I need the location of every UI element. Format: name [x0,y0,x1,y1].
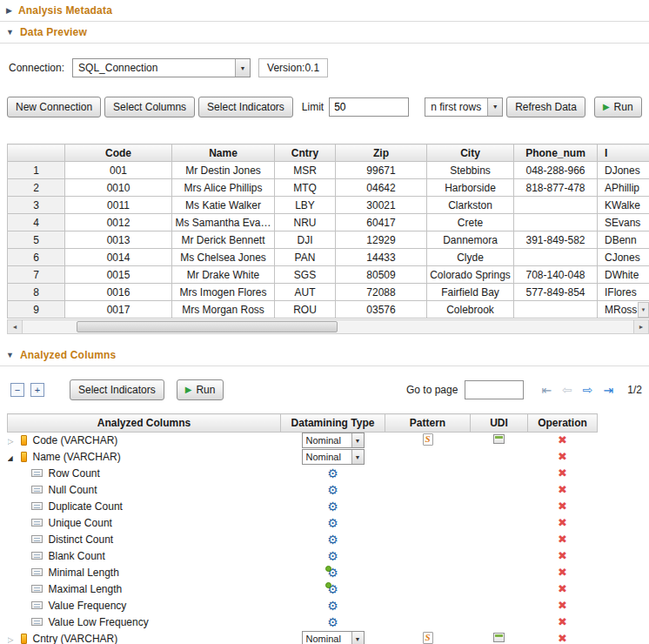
collapsed-twistie-icon[interactable]: ▶ [6,7,12,15]
delete-operation-icon[interactable]: ✖ [558,516,567,529]
limit-input[interactable] [329,97,409,117]
grid-cell: MSR [275,162,336,179]
add-udi-icon[interactable] [493,434,505,444]
select-indicators-button[interactable]: Select Indicators [198,97,293,117]
delete-operation-icon[interactable]: ✖ [558,599,567,612]
previous-page-icon[interactable]: ⇦ [562,384,572,396]
grid-cell: DJI [275,231,336,249]
delete-operation-icon[interactable]: ✖ [558,500,567,513]
expanded-twistie-icon[interactable]: ▼ [6,352,14,359]
indicator-label: Null Count [49,484,97,496]
refresh-data-button[interactable]: Refresh Data [506,97,585,117]
section-analyzed-columns[interactable]: ▼ Analyzed Columns [0,345,649,366]
analyzed-header-row: Analyzed Columns Datamining Type Pattern… [8,414,598,433]
new-connection-button[interactable]: New Connection [7,97,101,117]
grid-cell: 12929 [336,231,427,249]
delete-operation-icon[interactable]: ✖ [558,466,567,480]
indicator-options-gear-icon[interactable]: ⚙ [327,550,338,562]
expand-all-button[interactable]: + [30,383,44,397]
grid-cell: SEvans [598,214,649,231]
row-number-cell: 8 [8,284,65,301]
grid-cell: NRU [275,214,336,231]
next-page-icon[interactable]: ⇨ [583,384,593,396]
preview-row: 60014Ms Chelsea JonesPAN14433ClydeCJones [8,249,649,266]
connection-select[interactable]: SQL_Connection ▼ [72,58,251,77]
indicator-options-gear-icon[interactable]: ⚙ [327,517,338,529]
indicator-options-gear-icon[interactable]: ⚙ [327,583,338,595]
analysis-metadata-title: Analysis Metadata [18,4,112,17]
header-operation: Operation [528,414,598,433]
grid-cell: 14433 [336,249,427,266]
select-indicators-button[interactable]: Select Indicators [70,379,164,400]
chevron-down-icon[interactable]: ▼ [487,98,502,116]
indicator-row: Duplicate Count⚙✖ [8,499,598,515]
delete-operation-icon[interactable]: ✖ [558,566,567,579]
connection-row: Connection: SQL_Connection ▼ Version:0.1 [9,57,649,78]
section-data-preview[interactable]: ▼ Data Preview [0,22,649,44]
delete-operation-icon[interactable]: ✖ [558,582,567,595]
goto-page-input[interactable] [465,380,524,399]
add-pattern-icon[interactable]: S [423,433,433,446]
scroll-right-button[interactable]: ► [633,320,648,333]
scrollbar-track[interactable] [23,320,633,333]
scroll-left-button[interactable]: ◄ [8,320,23,333]
indicator-options-gear-icon[interactable]: ⚙ [327,500,338,513]
column-header-truncated: I [598,144,649,162]
datamining-type-select[interactable]: Nominal▼ [302,631,365,644]
datamining-type-select[interactable]: Nominal▼ [302,449,365,465]
run-button[interactable]: ▶ Run [594,97,642,117]
datamining-type-select[interactable]: Nominal▼ [302,433,365,448]
collapse-all-button[interactable]: − [10,383,24,397]
section-analysis-metadata[interactable]: ▶ Analysis Metadata [0,0,649,22]
add-pattern-icon[interactable]: S [423,632,433,644]
grid-cell: Crete [427,214,514,231]
delete-operation-icon[interactable]: ✖ [558,433,567,446]
indicator-options-gear-icon[interactable]: ⚙ [327,467,338,480]
combo-arrow-glyph: ▼ [355,438,361,444]
indicator-label: Blank Count [49,550,105,562]
select-columns-button[interactable]: Select Columns [104,97,195,117]
delete-operation-icon[interactable]: ✖ [558,450,567,463]
tree-collapsed-icon[interactable]: ▷ [8,437,19,446]
grid-cell: Mr Derick Bennett [172,231,275,249]
first-page-icon[interactable]: ⇤ [541,384,552,396]
tree-expanded-icon[interactable]: ◢ [8,454,19,462]
tree-collapsed-icon[interactable]: ▷ [8,635,19,644]
scroll-left-icon: ◄ [12,324,18,330]
goto-page-label: Go to page [406,384,458,396]
indicator-options-gear-icon[interactable]: ⚙ [327,484,338,496]
horizontal-scrollbar[interactable]: ◄ ► [7,319,649,334]
datamining-type-value: Nominal [303,634,351,644]
analyzed-column-row: ▷Cntry (VARCHAR)Nominal▼S✖ [8,631,598,644]
scrollbar-thumb[interactable] [77,321,338,332]
expanded-twistie-icon[interactable]: ▼ [6,29,14,37]
chevron-down-icon[interactable]: ▼ [235,59,250,77]
indicator-options-gear-icon[interactable]: ⚙ [327,533,338,546]
vertical-scrollbar-down-button[interactable]: ▼ [638,302,649,318]
chevron-down-icon[interactable]: ▼ [351,450,364,464]
preview-row: 80016Mrs Imogen FloresAUT72088Fairfield … [8,284,649,301]
indicator-options-gear-icon[interactable]: ⚙ [327,567,338,579]
delete-operation-icon[interactable]: ✖ [558,615,567,628]
run-button[interactable]: ▶ Run [177,379,224,400]
grid-cell: 391-849-582 [514,231,598,249]
indicator-label: Value Low Frequency [49,616,149,628]
indicator-label: Value Frequency [49,600,127,612]
indicator-options-gear-icon[interactable]: ⚙ [327,600,338,612]
delete-operation-icon[interactable]: ✖ [558,533,567,546]
add-udi-icon[interactable] [493,633,505,642]
chevron-down-icon[interactable]: ▼ [351,632,364,644]
delete-operation-icon[interactable]: ✖ [558,483,567,496]
rows-mode-select[interactable]: n first rows ▼ [425,97,503,117]
play-icon: ▶ [603,103,610,111]
chevron-down-icon[interactable]: ▼ [351,433,364,447]
preview-row: 70015Mr Drake WhiteSGS80509Colorado Spri… [8,266,649,284]
indicator-icon [31,552,43,560]
indicator-options-gear-icon[interactable]: ⚙ [327,616,338,628]
grid-cell: DJones [598,162,649,179]
limit-label: Limit [302,101,324,113]
row-number-cell: 5 [8,231,65,249]
delete-operation-icon[interactable]: ✖ [558,632,567,644]
last-page-icon[interactable]: ⇥ [604,384,614,396]
delete-operation-icon[interactable]: ✖ [558,549,567,562]
